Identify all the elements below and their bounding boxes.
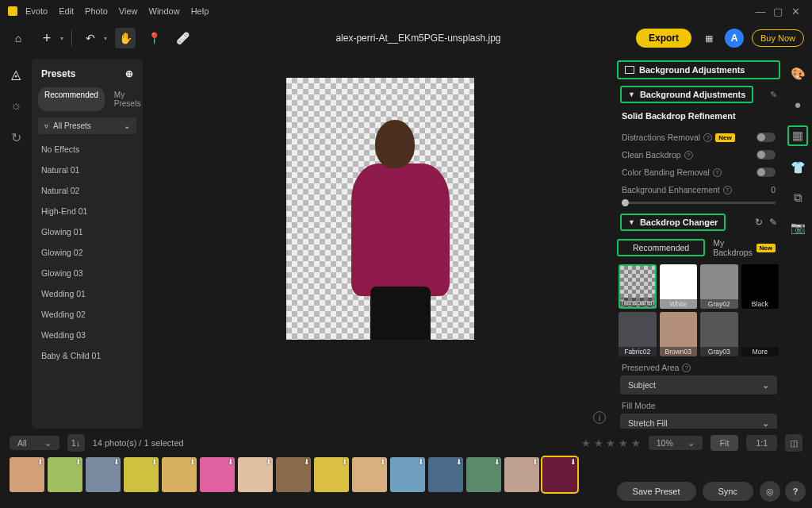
help-icon[interactable]: ?: [703, 133, 712, 142]
export-button[interactable]: Export: [636, 29, 691, 48]
help-icon[interactable]: ?: [682, 364, 691, 372]
menu-view[interactable]: View: [119, 6, 138, 16]
info-icon[interactable]: i: [593, 411, 606, 424]
target-icon[interactable]: ◎: [760, 481, 780, 502]
backdrop-tab-recommended[interactable]: Recommended: [617, 239, 705, 256]
help-icon[interactable]: ?: [713, 168, 722, 177]
add-preset-icon[interactable]: ⊕: [125, 68, 133, 79]
clothing-rail-icon[interactable]: 👕: [789, 159, 806, 176]
edit-icon[interactable]: ✎: [769, 217, 777, 228]
minimize-icon[interactable]: —: [752, 6, 769, 17]
preset-item[interactable]: High-End 01: [32, 201, 143, 221]
thumbnail[interactable]: ⬇: [428, 457, 463, 492]
thumbnail[interactable]: ⬇: [162, 457, 197, 492]
zoom-dropdown[interactable]: 10%⌄: [649, 436, 703, 450]
preset-item[interactable]: Wedding 01: [32, 283, 143, 304]
swatch-gray03[interactable]: Gray03: [700, 312, 738, 356]
swatch-brown03[interactable]: Brown03: [660, 312, 698, 356]
help-icon[interactable]: ?: [723, 186, 732, 194]
help-icon[interactable]: ?: [684, 151, 693, 160]
sync-button[interactable]: Sync: [703, 482, 753, 501]
reset-icon[interactable]: ↻: [755, 217, 763, 228]
camera-rail-icon[interactable]: 📷: [789, 219, 806, 237]
preset-item[interactable]: Glowing 01: [32, 221, 143, 242]
swatch-more[interactable]: More: [741, 312, 779, 356]
adjust-rail-icon[interactable]: ☼: [7, 97, 25, 114]
add-button[interactable]: +: [36, 28, 57, 48]
backdrop-tab-my[interactable]: My BackdropsNew: [708, 236, 780, 260]
help-button[interactable]: ?: [785, 481, 806, 502]
menu-help[interactable]: Help: [191, 6, 209, 16]
thumbnail[interactable]: ⬇: [276, 457, 311, 492]
rating-stars[interactable]: ★ ★ ★ ★ ★: [581, 437, 640, 449]
bg-adjustments-header[interactable]: Background Adjustments: [617, 60, 780, 79]
maximize-icon[interactable]: ▢: [769, 6, 787, 17]
presets-filter-dropdown[interactable]: ▿All Presets ⌄: [38, 117, 136, 134]
user-avatar[interactable]: A: [725, 29, 744, 48]
thumbnail[interactable]: ⬇: [352, 457, 387, 492]
swatch-white[interactable]: White: [660, 264, 698, 309]
clean-toggle[interactable]: [756, 150, 776, 160]
fill-mode-dropdown[interactable]: Stretch Fill⌄: [620, 414, 777, 429]
preset-item[interactable]: Natural 01: [32, 160, 143, 180]
crop-rail-icon[interactable]: ⧉: [789, 189, 806, 206]
thumbnail[interactable]: ⬇: [390, 457, 425, 492]
preset-item[interactable]: Glowing 03: [32, 263, 143, 283]
thumbnail[interactable]: ⬇: [48, 457, 82, 492]
bandaid-tool-icon[interactable]: 🩹: [172, 28, 193, 48]
preset-item[interactable]: No Effects: [32, 139, 143, 160]
canvas[interactable]: [286, 78, 474, 340]
tab-recommended[interactable]: Recommended: [38, 87, 105, 111]
buy-now-button[interactable]: Buy Now: [752, 29, 804, 47]
hand-tool-icon[interactable]: ✋: [115, 28, 136, 48]
preset-item[interactable]: Wedding 03: [32, 325, 143, 345]
filter-all-dropdown[interactable]: All⌄: [10, 436, 59, 450]
undo-icon[interactable]: ↶: [80, 28, 101, 48]
thumbnail[interactable]: ⬇: [124, 457, 159, 492]
banding-toggle[interactable]: [756, 167, 776, 177]
background-rail-icon[interactable]: ▦: [787, 125, 808, 146]
preset-item[interactable]: Natural 02: [32, 180, 143, 201]
thumbnail[interactable]: ⬇: [86, 457, 121, 492]
fit-button[interactable]: Fit: [710, 435, 739, 451]
add-caret-icon[interactable]: ▾: [60, 35, 63, 42]
face-rail-icon[interactable]: ●: [789, 95, 806, 113]
preset-item[interactable]: Baby & Child 01: [32, 345, 143, 366]
preset-item[interactable]: Glowing 02: [32, 242, 143, 263]
ratio-button[interactable]: 1:1: [746, 435, 777, 451]
enhance-slider[interactable]: [622, 202, 776, 204]
thumbnail[interactable]: ⬇: [466, 457, 501, 492]
menu-window[interactable]: Window: [149, 6, 180, 16]
save-preset-button[interactable]: Save Preset: [617, 482, 696, 501]
menu-edit[interactable]: Edit: [59, 6, 74, 16]
home-icon[interactable]: ⌂: [8, 28, 29, 48]
preset-item[interactable]: Wedding 02: [32, 304, 143, 325]
swatch-transparent[interactable]: Transparent: [619, 264, 657, 309]
menu-app[interactable]: Evoto: [25, 6, 48, 16]
close-icon[interactable]: ✕: [787, 6, 804, 17]
menu-photo[interactable]: Photo: [85, 6, 108, 16]
swatch-black[interactable]: Black: [741, 264, 779, 309]
undo-caret-icon[interactable]: ▾: [104, 35, 107, 42]
thumbnail[interactable]: ⬇: [542, 457, 577, 492]
thumbnail[interactable]: ⬇: [504, 457, 539, 492]
backdrop-changer-section[interactable]: ▼ Backdrop Changer: [620, 214, 726, 231]
thumbnail[interactable]: ⬇: [10, 457, 44, 492]
pin-tool-icon[interactable]: 📍: [144, 28, 164, 48]
distractions-toggle[interactable]: [756, 133, 776, 142]
history-rail-icon[interactable]: ↻: [7, 129, 25, 146]
palette-rail-icon[interactable]: 🎨: [789, 65, 806, 83]
edit-section-icon[interactable]: ✎: [770, 90, 777, 100]
swatch-fabric02[interactable]: Fabric02: [619, 312, 657, 356]
bg-adjustments-section[interactable]: ▼ Background Adjustments: [620, 86, 753, 103]
swatch-gray02[interactable]: Gray02: [700, 264, 738, 309]
thumbnail[interactable]: ⬇: [314, 457, 349, 492]
compare-button[interactable]: ◫: [785, 434, 802, 452]
sort-button[interactable]: 1↓: [67, 434, 85, 452]
tab-my-presets[interactable]: My Presets: [108, 87, 143, 111]
thumbnail[interactable]: ⬇: [238, 457, 273, 492]
preserved-area-dropdown[interactable]: Subject⌄: [620, 375, 777, 394]
thumbnail[interactable]: ⬇: [200, 457, 235, 492]
save-icon[interactable]: ▦: [699, 29, 718, 48]
presets-rail-icon[interactable]: ◬: [7, 65, 25, 83]
